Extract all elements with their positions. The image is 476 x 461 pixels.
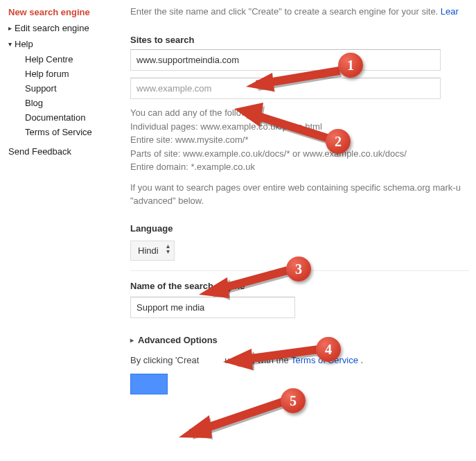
agree-prefix: By clicking 'Creat bbox=[130, 355, 199, 365]
sidebar-edit-search-engine[interactable]: ▸ Edit search engine bbox=[8, 20, 119, 36]
sidebar-send-feedback[interactable]: Send Feedback bbox=[8, 143, 119, 159]
hints-block: You can add any of the following: Indivi… bbox=[130, 106, 469, 208]
hint-val: *.example.co.uk bbox=[191, 162, 255, 172]
caret-down-icon: ▾ bbox=[8, 40, 12, 48]
svg-line-16 bbox=[192, 403, 285, 435]
site-input-2[interactable] bbox=[130, 78, 441, 99]
sidebar-new-search-engine[interactable]: New search engine bbox=[8, 4, 119, 20]
hint-val: www.example.co.uk/docs/* or www.example.… bbox=[183, 148, 407, 159]
sidebar-item-label: Terms of Service bbox=[25, 127, 92, 137]
annotation-arrow-5 bbox=[166, 392, 305, 447]
language-label: Language bbox=[130, 223, 469, 234]
hint-key: Entire domain: bbox=[130, 162, 188, 172]
schema-note: If you want to search pages over entire … bbox=[130, 181, 469, 208]
caret-right-icon: ▸ bbox=[8, 24, 12, 32]
sidebar-support[interactable]: Support bbox=[25, 81, 119, 96]
terms-of-service-link[interactable]: Terms of Service bbox=[291, 355, 358, 365]
create-button[interactable] bbox=[130, 374, 168, 394]
annotation-number: 5 bbox=[290, 393, 297, 409]
svg-marker-17 bbox=[192, 418, 213, 440]
divider bbox=[130, 270, 469, 271]
hint-row: Entire site: www.mysite.com/* bbox=[130, 133, 469, 147]
sidebar-documentation[interactable]: Documentation bbox=[25, 110, 119, 125]
agree-suffix: . bbox=[361, 355, 364, 365]
hint-row: Individual pages: www.example.co.uk/page… bbox=[130, 120, 469, 134]
main-content: Enter the site name and click "Create" t… bbox=[119, 4, 476, 394]
caret-right-icon: ▸ bbox=[130, 336, 134, 344]
sidebar-help-label: Help bbox=[15, 39, 33, 49]
agree-mid: u agree with the bbox=[224, 355, 291, 365]
sidebar-item-label: Documentation bbox=[25, 112, 85, 123]
sidebar-new-label: New search engine bbox=[8, 7, 90, 17]
instruction-text: Enter the site name and click "Create" t… bbox=[130, 4, 469, 28]
sidebar-edit-label: Edit search engine bbox=[15, 23, 89, 33]
sidebar-item-label: Help forum bbox=[25, 69, 69, 79]
sidebar-item-label: Blog bbox=[25, 98, 43, 108]
sidebar-help[interactable]: ▾ Help bbox=[8, 36, 119, 52]
advanced-options-toggle[interactable]: ▸ Advanced Options bbox=[130, 335, 469, 345]
sidebar-help-centre[interactable]: Help Centre bbox=[25, 52, 119, 67]
svg-marker-19 bbox=[179, 415, 212, 438]
sidebar-item-label: Help Centre bbox=[25, 54, 73, 64]
hint-key: Individual pages: bbox=[130, 121, 198, 132]
hint-val: www.mysite.com/* bbox=[175, 134, 248, 145]
hint-val: www.example.co.uk/page.html bbox=[200, 121, 322, 132]
engine-name-input[interactable] bbox=[130, 297, 295, 318]
instruction-body: Enter the site name and click "Create" t… bbox=[130, 6, 438, 17]
hint-row: Entire domain: *.example.co.uk bbox=[130, 160, 469, 174]
svg-line-18 bbox=[191, 401, 284, 433]
sidebar-help-forum[interactable]: Help forum bbox=[25, 67, 119, 81]
hint-key: Entire site: bbox=[130, 134, 173, 145]
agree-text: By clicking 'Creat xx xx u agree with th… bbox=[130, 355, 469, 365]
updown-icon: ▴▾ bbox=[166, 243, 170, 254]
hint-key: Parts of site: bbox=[130, 148, 180, 159]
sidebar: New search engine ▸ Edit search engine ▾… bbox=[4, 4, 119, 394]
sidebar-blog[interactable]: Blog bbox=[25, 96, 119, 110]
learn-more-link[interactable]: Lear bbox=[441, 6, 459, 17]
language-select[interactable]: Hindi ▴▾ bbox=[130, 241, 175, 261]
sidebar-terms-of-service[interactable]: Terms of Service bbox=[25, 125, 119, 139]
sidebar-item-label: Send Feedback bbox=[8, 146, 71, 157]
site-input-1[interactable] bbox=[130, 49, 441, 71]
hint-row: Parts of site: www.example.co.uk/docs/* … bbox=[130, 147, 469, 161]
sites-to-search-label: Sites to search bbox=[130, 35, 469, 45]
sidebar-item-label: Support bbox=[25, 83, 57, 94]
engine-name-label: Name of the search engine bbox=[130, 281, 469, 291]
hints-intro: You can add any of the following: bbox=[130, 106, 469, 120]
language-value: Hindi bbox=[138, 245, 159, 256]
sidebar-help-submenu: Help Centre Help forum Support Blog Docu… bbox=[8, 52, 119, 139]
advanced-label: Advanced Options bbox=[138, 335, 218, 345]
